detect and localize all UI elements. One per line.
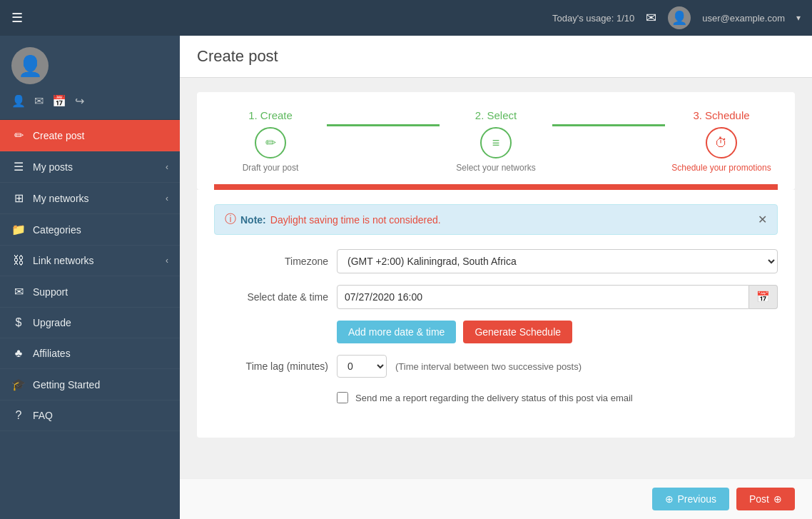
sidebar-item-support[interactable]: ✉ Support <box>0 276 180 308</box>
usage-text: Today's usage: 1/10 <box>552 13 634 24</box>
support-icon: ✉ <box>11 285 26 298</box>
sidebar-item-label: Upgrade <box>33 317 168 328</box>
create-post-icon: ✏ <box>11 129 26 142</box>
date-time-label: Select date & time <box>214 291 328 303</box>
sidebar-item-getting-started[interactable]: 🎓 Getting Started <box>0 369 180 400</box>
sidebar-item-link-networks[interactable]: ⛓ Link networks ‹ <box>0 246 180 276</box>
post-label: Post <box>749 493 769 505</box>
sidebar-item-label: Support <box>33 286 168 298</box>
my-networks-icon: ⊞ <box>11 191 26 205</box>
sidebar-item-label: My networks <box>33 193 158 204</box>
alert-text: ⓘ Note: Daylight saving time is not cons… <box>225 212 441 227</box>
user-avatar-top[interactable]: 👤 <box>668 6 691 29</box>
calendar-icon[interactable]: 📅 <box>749 285 778 309</box>
link-networks-icon: ⛓ <box>11 254 26 267</box>
top-nav: ☰ Today's usage: 1/10 ✉ 👤 user@example.c… <box>0 0 812 36</box>
profile-logout-icon[interactable]: ↪ <box>75 94 84 108</box>
sidebar-item-label: Categories <box>33 224 168 236</box>
step-1-title: 1. Create <box>248 109 293 121</box>
step-2-circle[interactable]: ≡ <box>480 127 512 158</box>
date-time-wrapper: 📅 <box>337 285 778 309</box>
sidebar-item-label: FAQ <box>33 410 168 421</box>
step-1-label: Draft your post <box>243 163 299 173</box>
time-lag-label: Time lag (minutes) <box>214 361 328 372</box>
sidebar-profile: 👤 👤 ✉ 📅 ↪ <box>0 36 180 120</box>
profile-calendar-icon[interactable]: 📅 <box>52 94 66 108</box>
timezone-label: Timezone <box>214 256 328 267</box>
faq-icon: ? <box>11 409 26 422</box>
bottom-actions: ⊕ Previous Post ⊕ <box>180 478 812 519</box>
wizard-line-1 <box>327 124 440 126</box>
profile-user-icon[interactable]: 👤 <box>11 94 26 108</box>
content-header: Create post <box>180 36 812 78</box>
top-nav-right: Today's usage: 1/10 ✉ 👤 user@example.com… <box>552 6 801 29</box>
page-title: Create post <box>197 47 795 66</box>
profile-mail-icon[interactable]: ✉ <box>34 94 44 108</box>
alert-note-label: Note: <box>240 214 266 226</box>
date-time-input[interactable] <box>337 285 749 309</box>
wizard-step-schedule: 3. Schedule ⏱ Schedule your promotions <box>665 109 778 173</box>
content-body: 1. Create ✏ Draft your post 2. Select ≡ … <box>180 78 812 478</box>
prev-circle-icon: ⊕ <box>665 493 674 505</box>
sidebar-item-upgrade[interactable]: $ Upgrade <box>0 308 180 338</box>
hamburger-icon[interactable]: ☰ <box>11 10 23 26</box>
schedule-btn-row: Add more date & time Generate Schedule <box>337 321 778 343</box>
close-icon[interactable]: ✕ <box>758 213 767 226</box>
chevron-icon: ‹ <box>166 256 168 266</box>
sidebar-item-faq[interactable]: ? FAQ <box>0 400 180 431</box>
step-2-title: 2. Select <box>475 109 517 121</box>
getting-started-icon: 🎓 <box>11 378 26 391</box>
progress-bar <box>214 184 778 190</box>
timezone-row: Timezone (GMT +2:00) Kaliningrad, South … <box>214 249 778 273</box>
wizard-steps: 1. Create ✏ Draft your post 2. Select ≡ … <box>214 109 778 173</box>
sidebar-item-label: Link networks <box>33 255 158 266</box>
user-dropdown-arrow[interactable]: ▾ <box>796 13 801 23</box>
add-date-button[interactable]: Add more date & time <box>337 321 456 343</box>
affiliates-icon: ♣ <box>11 347 26 360</box>
alert-daylight: ⓘ Note: Daylight saving time is not cons… <box>214 204 778 235</box>
step-2-label: Select your networks <box>456 163 535 173</box>
sidebar-item-affiliates[interactable]: ♣ Affiliates <box>0 338 180 369</box>
previous-label: Previous <box>678 493 716 505</box>
mail-icon[interactable]: ✉ <box>646 10 656 26</box>
sidebar-item-categories[interactable]: 📁 Categories <box>0 214 180 246</box>
alert-info-icon: ⓘ <box>225 212 236 227</box>
chevron-icon: ‹ <box>166 162 168 172</box>
sidebar-item-label: My posts <box>33 161 158 173</box>
timezone-select[interactable]: (GMT +2:00) Kaliningrad, South Africa <box>337 249 778 273</box>
post-button[interactable]: Post ⊕ <box>736 488 795 510</box>
chevron-icon: ‹ <box>166 193 168 203</box>
time-lag-hint: (Time interval between two successive po… <box>395 361 582 372</box>
time-lag-select[interactable]: 0 1 5 10 15 30 <box>337 355 387 378</box>
sidebar-item-my-networks[interactable]: ⊞ My networks ‹ <box>0 183 180 214</box>
sidebar: 👤 👤 ✉ 📅 ↪ ✏ Create post ☰ My posts ‹ ⊞ M… <box>0 36 180 519</box>
content-area: Create post 1. Create ✏ Draft your post … <box>180 36 812 519</box>
my-posts-icon: ☰ <box>11 160 26 173</box>
top-nav-left: ☰ <box>11 10 23 26</box>
sidebar-item-label: Affiliates <box>33 348 168 359</box>
sidebar-item-label: Getting Started <box>33 379 168 390</box>
categories-icon: 📁 <box>11 223 26 236</box>
avatar: 👤 <box>11 47 49 84</box>
wizard-step-select: 2. Select ≡ Select your networks <box>440 109 552 173</box>
generate-schedule-button[interactable]: Generate Schedule <box>463 321 572 343</box>
username-text: user@example.com <box>702 13 785 24</box>
wizard-container: 1. Create ✏ Draft your post 2. Select ≡ … <box>197 92 795 190</box>
sidebar-item-create-post[interactable]: ✏ Create post <box>0 120 180 151</box>
step-1-circle[interactable]: ✏ <box>255 127 286 158</box>
main-layout: 👤 👤 ✉ 📅 ↪ ✏ Create post ☰ My posts ‹ ⊞ M… <box>0 36 812 519</box>
post-circle-icon: ⊕ <box>773 493 782 505</box>
wizard-step-create: 1. Create ✏ Draft your post <box>214 109 327 173</box>
upgrade-icon: $ <box>11 316 26 329</box>
date-time-row: Select date & time 📅 <box>214 285 778 309</box>
sidebar-profile-icons: 👤 ✉ 📅 ↪ <box>11 94 84 108</box>
sidebar-item-my-posts[interactable]: ☰ My posts ‹ <box>0 151 180 183</box>
form-card: ⓘ Note: Daylight saving time is not cons… <box>197 190 795 438</box>
previous-button[interactable]: ⊕ Previous <box>652 488 729 510</box>
sidebar-nav: ✏ Create post ☰ My posts ‹ ⊞ My networks… <box>0 120 180 519</box>
time-lag-row: Time lag (minutes) 0 1 5 10 15 30 (Time … <box>214 355 778 378</box>
step-3-circle[interactable]: ⏱ <box>706 127 737 158</box>
sidebar-item-label: Create post <box>33 130 168 141</box>
email-report-checkbox[interactable] <box>337 392 348 403</box>
step-3-title: 3. Schedule <box>693 109 749 121</box>
